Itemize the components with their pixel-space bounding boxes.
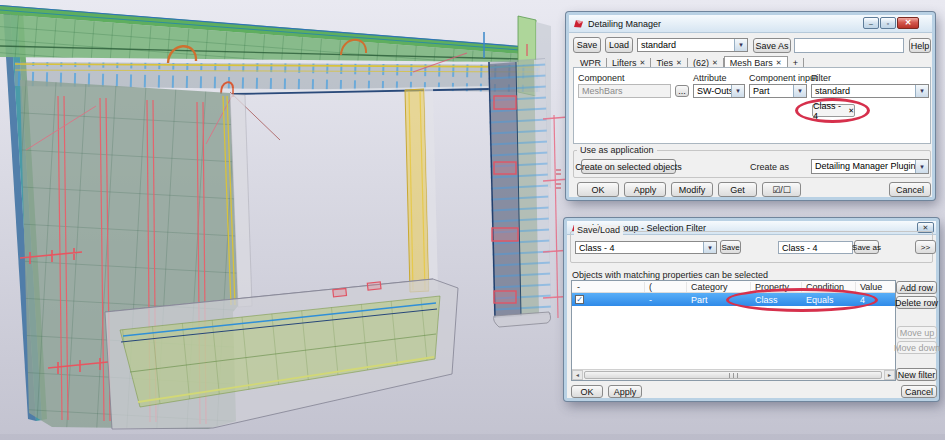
application-window: Detailing Manager – ▫ ✕ Save Load standa…: [0, 0, 945, 440]
use-as-application-label: Use as application: [577, 145, 657, 155]
filter-rules-table: - ( Category Property Condition Value ✓ …: [571, 280, 896, 381]
component-label: Component: [578, 73, 625, 83]
get-button[interactable]: Get: [718, 182, 757, 197]
scrollbar-thumb[interactable]: [584, 371, 882, 379]
detailing-manager-dialog: Detailing Manager – ▫ ✕ Save Load standa…: [566, 12, 935, 200]
cancel-button[interactable]: Cancel: [901, 385, 937, 398]
save-button[interactable]: Save: [720, 240, 741, 254]
create-as-select[interactable]: Detailing Manager Plugin ▾: [811, 159, 929, 174]
apply-button[interactable]: Apply: [608, 385, 642, 398]
cell-value[interactable]: 4: [860, 295, 865, 305]
dialog-title: Detailing Manager: [588, 19, 661, 29]
col-value[interactable]: Value: [860, 282, 882, 292]
move-up-button[interactable]: Move up: [897, 326, 937, 339]
attribute-label: Attribute: [693, 73, 727, 83]
cell-paren[interactable]: -: [649, 295, 652, 305]
modify-button[interactable]: Modify: [671, 182, 713, 197]
scroll-left-icon[interactable]: ◄: [572, 370, 583, 380]
attribute-select[interactable]: SW-Outside-she ▾: [693, 84, 745, 98]
preset-select[interactable]: standard ▾: [637, 38, 748, 52]
toggle-checkboxes-button[interactable]: ☑/☐: [762, 182, 801, 197]
app-icon: [573, 19, 584, 28]
component-input-label: Component input: [749, 73, 818, 83]
filter-rule-row[interactable]: ✓ - Part Class Equals 4: [572, 293, 895, 306]
move-down-button[interactable]: Move down: [897, 341, 937, 354]
filter-preset-select[interactable]: Class - 4 ▾: [575, 241, 717, 254]
col-condition[interactable]: Condition: [806, 282, 844, 292]
component-input-select[interactable]: Part ▾: [749, 84, 807, 98]
col-category[interactable]: Category: [691, 282, 728, 292]
filter-chip-class4[interactable]: Class - 4 ✕: [812, 104, 855, 117]
filter-name-input[interactable]: Class - 4: [778, 241, 853, 254]
row-checkbox[interactable]: ✓: [575, 295, 584, 304]
cancel-button[interactable]: Cancel: [889, 182, 931, 197]
help-button[interactable]: Help: [909, 38, 931, 53]
chevron-down-icon[interactable]: ▾: [734, 39, 747, 51]
viewport-bottom-edge: [0, 434, 945, 440]
chevron-down-icon[interactable]: ▾: [793, 85, 806, 97]
ok-button[interactable]: OK: [571, 385, 603, 398]
chevron-down-icon[interactable]: ▾: [731, 85, 744, 97]
load-button[interactable]: Load: [605, 37, 633, 53]
filter-label: Filter: [811, 73, 831, 83]
save-as-button[interactable]: Save as: [854, 240, 879, 254]
col-paren[interactable]: (: [649, 282, 652, 292]
cell-condition[interactable]: Equals: [806, 295, 834, 305]
create-as-label: Create as: [750, 162, 789, 172]
table-header: - ( Category Property Condition Value: [572, 281, 895, 293]
save-as-input[interactable]: [794, 38, 904, 53]
maximize-icon[interactable]: ▫: [880, 17, 896, 29]
delete-row-button[interactable]: Delete row: [896, 296, 937, 309]
col-enabled[interactable]: -: [577, 282, 580, 292]
horizontal-scrollbar[interactable]: ◄ ►: [572, 369, 895, 380]
save-as-button[interactable]: Save As: [753, 38, 791, 53]
window-opening-jamb: [405, 89, 438, 293]
chevron-down-icon[interactable]: ▾: [915, 160, 928, 173]
filter-select[interactable]: standard ▾: [811, 84, 929, 98]
selection-filter-dialog: Object Group - Selection Filter ✕ Save/L…: [564, 218, 939, 401]
apply-button[interactable]: Apply: [624, 182, 666, 197]
chevron-down-icon[interactable]: ▾: [703, 242, 716, 253]
chevron-down-icon[interactable]: ▾: [915, 85, 928, 97]
hint-text: Objects with matching properties can be …: [572, 270, 768, 280]
browse-button[interactable]: ...: [675, 85, 689, 97]
close-icon[interactable]: ✕: [897, 17, 919, 29]
save-button[interactable]: Save: [573, 37, 601, 53]
minimize-icon[interactable]: –: [863, 17, 879, 29]
expand-button[interactable]: >>: [915, 240, 936, 254]
create-on-selected-button[interactable]: Create on selected objects: [581, 159, 676, 174]
save-load-label: Save/Load: [574, 225, 623, 235]
component-input-field: MeshBars: [578, 84, 671, 98]
ok-button[interactable]: OK: [577, 182, 619, 197]
scroll-right-icon[interactable]: ►: [884, 370, 895, 380]
cell-category[interactable]: Part: [691, 295, 708, 305]
new-filter-button[interactable]: New filter: [896, 368, 937, 381]
col-property[interactable]: Property: [755, 282, 789, 292]
cell-property[interactable]: Class: [755, 295, 778, 305]
remove-chip-icon[interactable]: ✕: [848, 107, 854, 115]
add-row-button[interactable]: Add row: [896, 281, 937, 294]
